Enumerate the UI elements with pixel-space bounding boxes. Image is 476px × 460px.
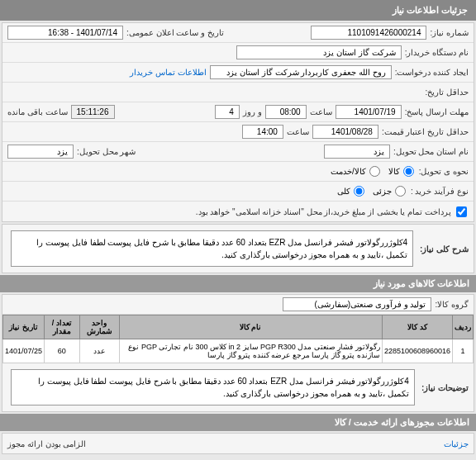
table-header-row: ردیف کد کالا نام کالا واحد شمارش تعداد /… [3, 315, 474, 339]
license-section: جزئیات الزامی بودن ارائه مجوز [2, 433, 474, 454]
details-link[interactable]: جزئیات [444, 439, 469, 448]
th-unit: واحد شمارش [79, 315, 119, 339]
requester-label: ایجاد کننده درخواست: [395, 68, 469, 77]
delivery-type-radios: کالا کالا/خدمت [331, 166, 416, 177]
td-qty: 60 [45, 339, 79, 363]
group-label: گروه کالا: [435, 300, 469, 309]
days-value: 4 [215, 105, 240, 119]
announce-label: تاریخ و ساعت اعلان عمومی: [126, 28, 224, 37]
table-row: 1 2285100608960016 رگولاتور فشار صنعتی م… [3, 339, 474, 363]
need-number-value: 1101091426000214 [311, 26, 426, 40]
reply-deadline-label: مهلت ارسال پاسخ: [405, 107, 469, 116]
group-value: تولید و فرآوری صنعتی(سفارشی) [283, 297, 431, 311]
province-value: یزد [324, 145, 390, 159]
payment-note: پرداخت تمام یا بخشی از مبلغ خرید،از محل … [196, 207, 451, 216]
city-label: شهر محل تحویل: [77, 147, 136, 156]
full-label: کلی [337, 187, 350, 196]
partial-label: جزئی [373, 187, 392, 196]
need-desc-header: شرح کلی نیاز: [420, 244, 469, 254]
th-idx: ردیف [453, 315, 474, 339]
announce-value: 1401/07/14 - 16:38 [7, 26, 123, 40]
payment-checkbox[interactable] [456, 206, 467, 217]
city-value: یزد [7, 145, 74, 159]
need-notes-text: 4کلوژررگولاتور فیشر فرانسل مدل EZR بتعدا… [11, 369, 415, 405]
validity-time: 14:00 [242, 125, 283, 139]
need-desc-text: 4کلوژررگولاتور فیشر فرانسل مدل EZR بتعدا… [11, 230, 413, 267]
td-date: 1401/07/25 [3, 339, 45, 363]
validity-date: 1401/08/28 [312, 125, 378, 139]
need-desc-section: شرح کلی نیاز: 4کلوژررگولاتور فیشر فرانسل… [2, 224, 474, 273]
purchase-type-label: نوع فرآیند خرید : [411, 187, 469, 196]
mandatory-label: الزامی بودن ارائه مجوز [7, 439, 86, 448]
buyer-value: شرکت گاز استان یزد [236, 45, 402, 59]
delivery-type-label: نحوه ی تحویل: [419, 167, 469, 176]
td-code: 2285100608960016 [382, 339, 452, 363]
purchase-type-radios: جزئی کلی [337, 186, 407, 197]
reply-date: 1401/07/19 [336, 105, 402, 119]
day-label: و روز [243, 107, 262, 116]
time-label-1: ساعت [310, 107, 332, 116]
validity-label: حداقل تاریخ اعتبار قیمت: [382, 127, 469, 136]
remaining-label: ساعت باقی مانده [7, 107, 68, 116]
requester-value: روح الله جعفری کاربردار شرکت گاز استان ی… [210, 65, 392, 79]
goods-label: کالا [388, 167, 400, 176]
need-notes-label: توضیحات نیاز: [421, 383, 469, 392]
td-unit: عدد [79, 339, 119, 363]
reply-time: 08:00 [265, 105, 307, 119]
goods-radio[interactable] [403, 166, 414, 177]
time-label-2: ساعت [287, 127, 309, 136]
buyer-label: نام دستگاه خریدار: [405, 48, 469, 57]
countdown-timer: 15:11:26 [71, 105, 115, 119]
contact-link[interactable]: اطلاعات تماس خریدار [130, 68, 207, 77]
td-idx: 1 [453, 339, 474, 363]
page-title: جزئیات اطلاعات نیاز [393, 5, 468, 15]
th-code: کد کالا [382, 315, 452, 339]
service-radio[interactable] [369, 166, 380, 177]
goods-table: ردیف کد کالا نام کالا واحد شمارش تعداد /… [2, 315, 474, 363]
th-date: تاریخ نیاز [3, 315, 45, 339]
license-header: اطلاعات مجوزهای ارائه خدمت / کالا [0, 414, 476, 431]
th-name: نام کالا [119, 315, 382, 339]
province-label: نام استان محل تحویل: [393, 147, 469, 156]
td-name: رگولاتور فشار صنعتی مدل PGP R300 سایز in… [119, 339, 382, 363]
full-radio[interactable] [354, 186, 364, 197]
page-header: جزئیات اطلاعات نیاز [0, 0, 476, 21]
goods-info-section: گروه کالا: تولید و فرآوری صنعتی(سفارشی) … [2, 294, 474, 412]
partial-radio[interactable] [395, 186, 406, 197]
service-label: کالا/خدمت [331, 167, 366, 176]
th-qty: تعداد / مقدار [45, 315, 79, 339]
goods-info-header: اطلاعات کالاهای مورد نیاز [0, 275, 476, 292]
main-info-section: شماره نیاز: 1101091426000214 تاریخ و ساع… [2, 22, 474, 222]
need-number-label: شماره نیاز: [430, 28, 469, 37]
deadline-label: حداقل تاریخ: [425, 88, 469, 97]
